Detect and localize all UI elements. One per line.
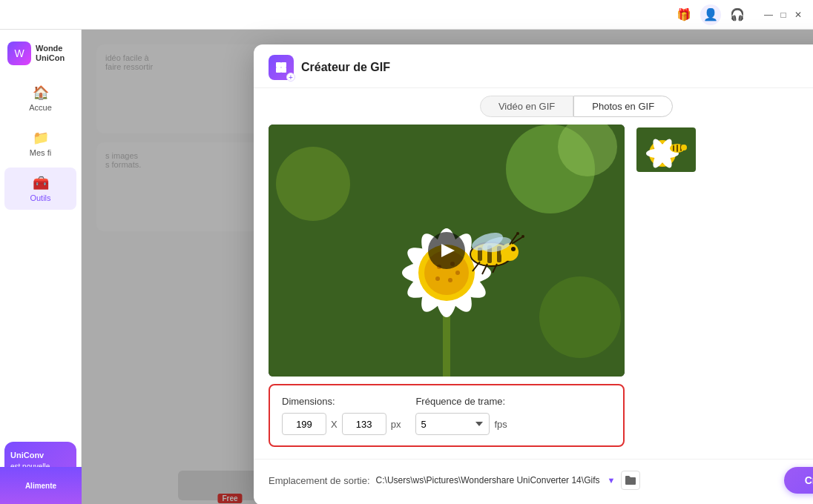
svg-point-20 — [455, 271, 460, 275]
controls-area: Dimensions: X px Fréquence d — [269, 384, 625, 447]
svg-rect-47 — [677, 145, 678, 152]
svg-point-35 — [521, 235, 524, 238]
folder-browse-button[interactable] — [621, 471, 640, 490]
output-dropdown-icon[interactable]: ▼ — [607, 476, 615, 485]
help-icon[interactable]: 🎧 — [727, 4, 748, 25]
play-button[interactable] — [428, 232, 465, 269]
create-gif-button[interactable]: Créer le GIF — [784, 467, 813, 494]
output-location: Emplacement de sortie: C:\Users\ws\Pictu… — [269, 471, 640, 490]
output-path: C:\Users\ws\Pictures\Wondershare UniConv… — [376, 475, 600, 485]
modal-icon-plus: + — [286, 73, 295, 82]
svg-point-29 — [511, 247, 516, 251]
svg-point-21 — [448, 278, 452, 282]
width-input[interactable] — [282, 413, 326, 435]
output-label: Emplacement de sortie: — [269, 475, 370, 486]
fps-unit: fps — [494, 419, 507, 430]
tab-photos-to-gif[interactable]: Photos en GIF — [573, 96, 673, 117]
modal-body: Dimensions: X px Fréquence d — [254, 125, 813, 459]
dimensions-group: Dimensions: X px — [282, 396, 401, 435]
dimensions-label: Dimensions: — [282, 396, 401, 407]
svg-rect-3 — [281, 67, 286, 73]
content-area: idéo facile à faire ressortir ment des K… — [82, 30, 813, 504]
svg-rect-1 — [281, 62, 286, 67]
svg-point-49 — [681, 145, 687, 150]
sidebar-item-home[interactable]: 🏠 Accue — [4, 77, 76, 119]
app-background: 🎁 👤 🎧 — □ ✕ W Wonde UniCon 🏠 — [0, 0, 813, 504]
svg-point-8 — [539, 276, 621, 358]
minimize-button[interactable]: — — [763, 9, 774, 21]
fps-group: Fréquence de trame: 5 10 15 20 25 — [415, 396, 507, 435]
play-triangle-icon — [441, 244, 455, 257]
maximize-button[interactable]: □ — [777, 9, 789, 21]
fps-label: Fréquence de trame: — [415, 396, 507, 407]
sidebar-item-tools[interactable]: 🧰 Outils — [4, 168, 76, 210]
gift-icon[interactable]: 🎁 — [674, 4, 694, 25]
home-icon: 🏠 — [33, 84, 49, 101]
fps-inputs: 5 10 15 20 25 30 fps — [415, 413, 507, 435]
dimension-separator: X — [331, 419, 338, 430]
promo-title: UniConv — [10, 451, 70, 460]
modal-title-area: + Créateur de GIF — [269, 55, 390, 80]
thumbnails-area — [636, 125, 813, 447]
alim-section: Alimente — [0, 467, 82, 504]
modal-header: + Créateur de GIF Feedback ✕ — [254, 44, 813, 88]
thumbnail-1[interactable] — [636, 127, 696, 172]
svg-rect-2 — [276, 67, 281, 73]
sidebar: W Wonde UniCon 🏠 Accue 📁 Mes fi 🧰 Outils — [0, 30, 82, 504]
modal-footer: Emplacement de sortie: C:\Users\ws\Pictu… — [254, 459, 813, 504]
video-preview-area: Dimensions: X px Fréquence d — [269, 125, 625, 447]
close-button[interactable]: ✕ — [792, 9, 804, 21]
height-input[interactable] — [342, 413, 386, 435]
svg-rect-46 — [673, 145, 674, 151]
svg-rect-0 — [276, 62, 281, 67]
fps-select[interactable]: 5 10 15 20 25 30 — [415, 413, 490, 435]
modal-title: Créateur de GIF — [301, 61, 390, 74]
sidebar-home-label: Accue — [29, 103, 52, 112]
svg-point-33 — [516, 232, 519, 235]
logo-text: Wonde UniCon — [36, 44, 65, 63]
alim-text: Alimente — [25, 482, 56, 490]
sidebar-navigation: 🏠 Accue 📁 Mes fi 🧰 Outils — [0, 77, 81, 210]
tab-video-to-gif[interactable]: Vidéo en GIF — [480, 96, 573, 117]
logo-icon: W — [7, 42, 31, 65]
sidebar-item-files[interactable]: 📁 Mes fi — [4, 122, 76, 165]
sidebar-files-label: Mes fi — [30, 148, 51, 157]
user-icon[interactable]: 👤 — [700, 4, 721, 25]
title-bar: 🎁 👤 🎧 — □ ✕ — [0, 0, 813, 30]
app-logo: W Wonde UniCon — [0, 36, 81, 77]
app-main: W Wonde UniCon 🏠 Accue 📁 Mes fi 🧰 Outils — [0, 30, 813, 504]
window-controls: — □ ✕ — [763, 9, 804, 21]
dimensions-inputs: X px — [282, 413, 401, 435]
gif-creator-modal: + Créateur de GIF Feedback ✕ Vidéo en GI… — [254, 44, 813, 504]
tools-icon: 🧰 — [33, 175, 49, 191]
svg-point-22 — [435, 276, 440, 281]
modal-tabs: Vidéo en GIF Photos en GIF — [254, 88, 813, 125]
sidebar-tools-label: Outils — [30, 193, 50, 202]
controls-row: Dimensions: X px Fréquence d — [282, 396, 611, 435]
modal-icon: + — [269, 55, 294, 80]
files-icon: 📁 — [33, 130, 49, 146]
title-bar-icons: 🎁 👤 🎧 — □ ✕ — [674, 4, 804, 25]
dimension-unit: px — [391, 419, 401, 430]
svg-point-7 — [276, 147, 350, 221]
video-container — [269, 125, 625, 377]
